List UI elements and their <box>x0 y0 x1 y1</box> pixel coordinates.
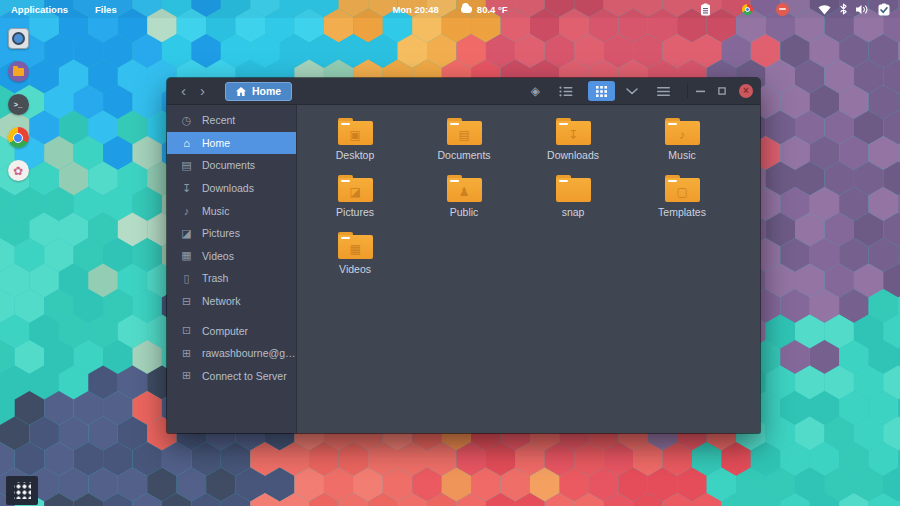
folder-emblem: ↧ <box>556 125 591 145</box>
folder-icon: ↧ <box>556 118 591 145</box>
grid-view-button-active[interactable] <box>588 81 615 101</box>
topbar-right <box>700 3 900 16</box>
folder-icon: ▤ <box>447 118 482 145</box>
sidebar-item[interactable]: ◪ Pictures <box>167 222 296 245</box>
sidebar-item[interactable]: ▤ Documents <box>167 154 296 177</box>
weather-temp: 80.4 °F <box>477 4 508 15</box>
folder-item[interactable]: ↧ Downloads <box>519 118 628 175</box>
sidebar-item-label: rawashbourne@g… <box>202 347 296 359</box>
weather-cloud-icon <box>461 6 472 13</box>
sidebar-item-label: Documents <box>202 159 255 171</box>
network-icon: ⊟ <box>180 295 193 308</box>
screenshot-app-icon[interactable] <box>8 28 29 49</box>
hamburger-menu-button[interactable] <box>657 87 670 96</box>
folder-label: Templates <box>658 206 706 218</box>
folder-label: Documents <box>437 149 490 161</box>
terminal-app-icon[interactable]: >_ <box>8 94 29 115</box>
recent-icon: ◷ <box>180 114 193 127</box>
folder-emblem: ▤ <box>447 125 482 145</box>
window-headerbar: ‹ › Home ◈ <box>167 78 760 105</box>
documents-icon: ▤ <box>180 159 193 172</box>
grid-view-icon <box>596 86 607 97</box>
sidebar-item-label: Computer <box>202 325 248 337</box>
files-app-icon[interactable] <box>8 61 29 82</box>
folder-emblem: ◪ <box>338 182 373 202</box>
folder-item[interactable]: ▢ Templates <box>628 175 737 232</box>
sidebar-item[interactable]: ⊞ rawashbourne@g… <box>167 342 296 365</box>
sidebar-places: ◷ Recent ⌂ Home ▤ Documents ↧ <box>167 109 296 312</box>
hamburger-icon <box>657 87 670 96</box>
sidebar-item[interactable]: ⊞ Connect to Server <box>167 365 296 388</box>
maximize-button[interactable] <box>718 87 726 95</box>
folder-icon: ♟ <box>447 175 482 202</box>
sidebar-item[interactable]: ⌂ Home <box>167 132 296 155</box>
weather-indicator[interactable]: 80.4 °F <box>461 4 508 15</box>
sidebar-item[interactable]: ◷ Recent <box>167 109 296 132</box>
folder-icon: ▣ <box>338 118 373 145</box>
folder-icon: ♪ <box>665 118 700 145</box>
sidebar-item[interactable]: ♪ Music <box>167 199 296 222</box>
folder-item[interactable]: ▤ Documents <box>410 118 519 175</box>
files-menu[interactable]: Files <box>95 4 117 15</box>
security-check-icon[interactable] <box>878 3 890 16</box>
bluetooth-icon[interactable] <box>839 3 848 15</box>
sidebar-section-gap <box>167 312 296 319</box>
sidebar-item[interactable]: ↧ Downloads <box>167 177 296 200</box>
back-button[interactable]: ‹ <box>174 80 193 102</box>
folder-item[interactable]: ▦ Videos <box>301 232 410 289</box>
folder-item[interactable]: snap <box>519 175 628 232</box>
path-home-button[interactable]: Home <box>225 82 292 101</box>
sidebar-item[interactable]: ⊟ Network <box>167 290 296 313</box>
folder-glyph <box>13 68 24 76</box>
chrome-indicator-icon[interactable] <box>742 4 753 15</box>
sidebar-item-label: Network <box>202 295 241 307</box>
dock: >_ ✿ <box>0 20 36 181</box>
sidebar-item[interactable]: ▯ Trash <box>167 267 296 290</box>
folder-label: Music <box>668 149 695 161</box>
clock[interactable]: Mon 20:48 <box>392 4 438 15</box>
folder-label: snap <box>562 206 585 218</box>
close-button[interactable]: × <box>739 84 753 98</box>
flower-app-icon[interactable]: ✿ <box>8 160 29 181</box>
folder-item[interactable]: ◪ Pictures <box>301 175 410 232</box>
videos-icon: ▦ <box>180 249 193 262</box>
do-not-disturb-icon[interactable] <box>776 3 789 16</box>
app-grid-button[interactable] <box>6 476 38 505</box>
headerbar-actions: ◈ × <box>531 81 753 101</box>
volume-icon[interactable] <box>856 4 869 15</box>
path-home-label: Home <box>252 85 281 97</box>
folder-item[interactable]: ♟ Public <box>410 175 519 232</box>
pictures-icon: ◪ <box>180 227 193 240</box>
forward-button[interactable]: › <box>193 80 212 102</box>
minimize-button[interactable] <box>696 90 705 93</box>
folder-emblem: ♪ <box>665 125 700 145</box>
folder-item[interactable]: ▣ Desktop <box>301 118 410 175</box>
enter-location-button[interactable]: ◈ <box>531 84 540 98</box>
view-options-button[interactable] <box>626 88 638 95</box>
chevron-down-icon <box>626 88 638 95</box>
folder-item[interactable]: ♪ Music <box>628 118 737 175</box>
chrome-app-icon[interactable] <box>8 127 29 148</box>
server-icon: ⊞ <box>180 347 193 360</box>
music-icon: ♪ <box>180 205 193 217</box>
folder-icon: ▦ <box>338 232 373 259</box>
sidebar-item-label: Downloads <box>202 182 254 194</box>
applications-menu[interactable]: Applications <box>11 4 68 15</box>
clipboard-icon[interactable] <box>700 3 711 16</box>
folder-emblem: ▣ <box>338 125 373 145</box>
downloads-icon: ↧ <box>180 182 193 195</box>
folder-emblem: ♟ <box>447 182 482 202</box>
folder-icon: ▢ <box>665 175 700 202</box>
list-view-button[interactable] <box>559 86 573 97</box>
top-bar: Applications Files Mon 20:48 80.4 °F <box>0 0 900 18</box>
folder-icon: ◪ <box>338 175 373 202</box>
sidebar-item-label: Home <box>202 137 230 149</box>
terminal-prompt-glyph: >_ <box>14 101 22 109</box>
wifi-icon[interactable] <box>818 4 831 15</box>
sidebar-item-label: Pictures <box>202 227 240 239</box>
flower-glyph: ✿ <box>13 165 23 177</box>
sidebar-devices: ⊡ Computer ⊞ rawashbourne@g… ⊞ Connect t… <box>167 319 296 387</box>
folder-label: Pictures <box>336 206 374 218</box>
sidebar-item[interactable]: ⊡ Computer <box>167 319 296 342</box>
sidebar-item[interactable]: ▦ Videos <box>167 245 296 268</box>
